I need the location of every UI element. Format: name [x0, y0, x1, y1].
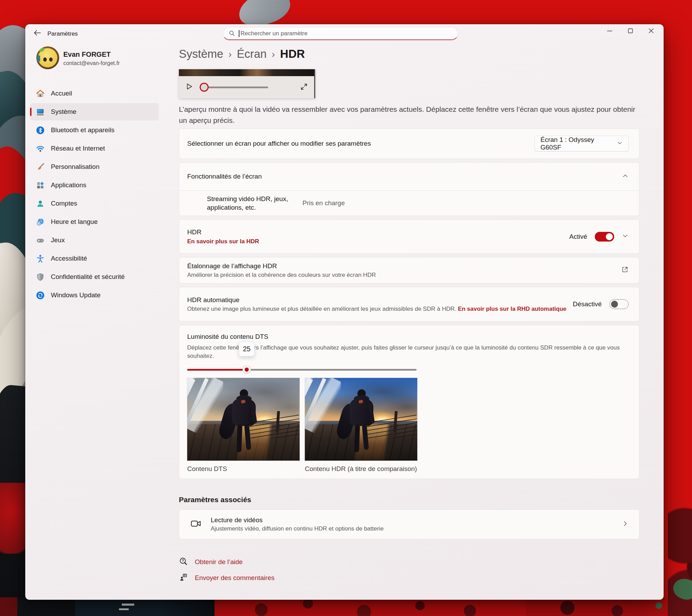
auto-hdr-toggle[interactable] [609, 299, 629, 309]
related-settings-heading: Paramètres associés [179, 496, 639, 505]
sidebar-item-comptes[interactable]: Comptes [30, 195, 159, 212]
page-title: HDR [280, 47, 305, 61]
personalization-icon [36, 162, 45, 172]
sidebar-item-label: Confidentialité et sécurité [51, 273, 125, 281]
breadcrumb: Système › Écran › HDR [179, 47, 639, 61]
auto-hdr-title: HDR automatique [187, 296, 566, 304]
screen-features-header[interactable]: Fonctionnalités de l’écran [179, 163, 639, 190]
sdr-image-caption: Contenu DTS [187, 465, 227, 473]
network-icon [36, 144, 45, 153]
sidebar-item-jeux[interactable]: Jeux [30, 232, 159, 249]
breadcrumb-systeme[interactable]: Système [179, 47, 223, 61]
video-playback-row[interactable]: Lecture de vidéos Ajustements vidéo, dif… [179, 509, 639, 539]
sidebar-item-accessibilite[interactable]: Accessibilité [30, 250, 159, 267]
fullscreen-icon[interactable] [300, 83, 308, 92]
slider-value-tooltip: 25 [239, 341, 255, 356]
avatar[interactable] [36, 46, 59, 69]
hdr-learn-more-link[interactable]: En savoir plus sur la HDR [187, 238, 259, 245]
help-icon: ? [179, 557, 188, 567]
sidebar-item-accueil[interactable]: Accueil [30, 85, 159, 102]
minimize-button[interactable] [599, 24, 620, 39]
close-icon [647, 27, 655, 36]
auto-hdr-state-label: Désactivé [573, 300, 602, 308]
maximize-icon [627, 27, 634, 36]
sidebar-item-label: Bluetooth et appareils [51, 126, 115, 134]
chevron-down-icon[interactable] [622, 233, 629, 241]
profile-name: Evan FORGET [63, 51, 111, 58]
sdr-brightness-slider-thumb[interactable] [243, 366, 251, 373]
sidebar-item-windows-update[interactable]: Windows Update [30, 287, 159, 304]
hdr-state-label: Activé [569, 233, 587, 241]
sidebar-item-label: Réseau et Internet [51, 145, 105, 152]
send-feedback-link[interactable]: Envoyer des commentaires [179, 573, 274, 583]
auto-hdr-learn-more-link[interactable]: En savoir plus sur la RHD automatique [458, 306, 566, 312]
auto-hdr-row: HDR automatique Obtenez une image plus l… [179, 287, 639, 321]
video-preview-frame [179, 69, 314, 76]
hdr-calibration-subtitle: Améliorer la précision et la cohérence d… [187, 272, 376, 279]
sidebar-item-label: Personnalisation [51, 163, 99, 171]
sidebar-item-label: Windows Update [51, 291, 101, 299]
hdr-image-caption: Contenu HDR (à titre de comparaison) [305, 465, 417, 473]
gaming-icon [36, 236, 45, 245]
desktop-wallpaper: Paramètres [0, 0, 692, 616]
back-button[interactable] [31, 28, 43, 39]
close-button[interactable] [641, 24, 662, 39]
sidebar-item-label: Heure et langue [51, 218, 98, 226]
search-box[interactable] [223, 27, 458, 40]
system-icon [36, 107, 45, 117]
back-arrow-icon [33, 29, 42, 38]
display-selector-dropdown[interactable]: Écran 1 : Odyssey G60SF [535, 136, 629, 152]
bluetooth-icon [36, 126, 45, 135]
sidebar-item-personnalisation[interactable]: Personnalisation [30, 158, 159, 175]
profile-email: contact@evan-forget.fr [63, 60, 120, 66]
chevron-down-icon [617, 140, 623, 148]
sidebar-item-applications[interactable]: Applications [30, 176, 159, 194]
hdr-calibration-row[interactable]: Étalonnage de l’affichage HDR Améliorer … [179, 257, 639, 283]
hdr-toggle[interactable] [595, 232, 614, 242]
video-position-slider[interactable] [200, 83, 268, 92]
preview-description: L’aperçu montre à quoi la vidéo va resse… [179, 104, 639, 126]
chevron-up-icon[interactable] [622, 172, 629, 181]
video-playback-subtitle: Ajustements vidéo, diffusion en continu … [211, 525, 384, 532]
video-slider-thumb[interactable] [200, 83, 209, 92]
breadcrumb-separator: › [228, 48, 231, 60]
accessibility-icon [36, 254, 45, 263]
settings-window: Paramètres [25, 24, 664, 600]
breadcrumb-separator: › [272, 48, 275, 60]
sidebar-item-heure-langue[interactable]: Heure et langue [30, 213, 159, 230]
sidebar-item-systeme[interactable]: Système [30, 103, 159, 120]
sidebar-item-confidentialite[interactable]: Confidentialité et sécurité [30, 268, 159, 286]
apps-icon [36, 181, 45, 190]
display-selector-value: Écran 1 : Odyssey G60SF [540, 136, 617, 151]
sidebar-item-label: Accueil [51, 90, 72, 97]
play-icon[interactable] [185, 82, 193, 92]
feedback-icon [179, 573, 188, 583]
sidebar-item-label: Jeux [51, 236, 65, 244]
screen-features-title: Fonctionnalités de l’écran [187, 173, 262, 180]
main-content: Système › Écran › HDR [179, 41, 639, 583]
home-icon [36, 89, 45, 98]
sdr-brightness-slider[interactable] [187, 365, 417, 374]
send-feedback-label: Envoyer des commentaires [195, 574, 274, 582]
hdr-streaming-status: Pris en charge [302, 199, 345, 207]
search-input[interactable] [240, 30, 452, 37]
breadcrumb-ecran[interactable]: Écran [237, 47, 266, 61]
sdr-comparison-image [187, 378, 300, 461]
accounts-icon [36, 199, 45, 208]
sidebar-item-bluetooth[interactable]: Bluetooth et appareils [30, 121, 159, 139]
video-playback-title: Lecture de vidéos [211, 516, 384, 524]
app-title: Paramètres [47, 30, 78, 37]
hdr-streaming-label: Streaming vidéo HDR, jeux, applications,… [207, 194, 290, 212]
video-preview-window[interactable] [179, 69, 315, 98]
privacy-icon [36, 272, 45, 282]
hdr-row: HDR En savoir plus sur la HDR Activé [179, 219, 639, 254]
maximize-button[interactable] [620, 24, 641, 39]
sdr-brightness-title: Luminosité du contenu DTS [187, 333, 629, 341]
minimize-icon [606, 27, 613, 36]
get-help-link[interactable]: ? Obtenir de l’aide [179, 557, 243, 567]
hdr-title: HDR [187, 228, 259, 236]
chevron-right-icon [622, 520, 629, 528]
screen-features-card: Fonctionnalités de l’écran Streaming vid… [179, 162, 639, 216]
sidebar-item-reseau[interactable]: Réseau et Internet [30, 140, 159, 157]
sidebar-item-label: Applications [51, 181, 86, 189]
